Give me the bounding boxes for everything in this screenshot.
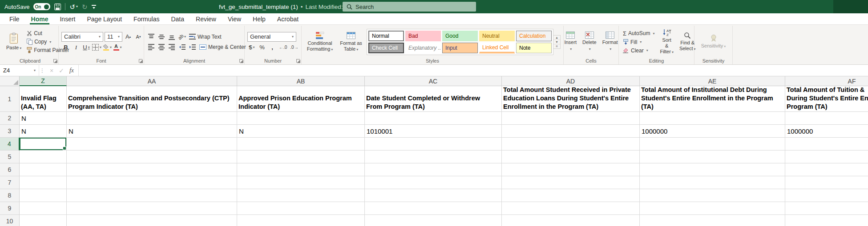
font-family-combo[interactable]: Calibri▾ — [61, 32, 103, 42]
cell-Z2[interactable]: N — [20, 112, 67, 125]
tab-page-layout[interactable]: Page Layout — [81, 13, 128, 24]
cell-Z3[interactable]: N — [20, 125, 67, 138]
cell-Z10[interactable] — [20, 215, 67, 226]
cell-AB6[interactable] — [237, 163, 365, 176]
cell-AE4[interactable] — [640, 138, 785, 151]
cell-AE8[interactable] — [640, 189, 785, 202]
increase-decimal-button[interactable]: ←.0 — [278, 45, 288, 50]
cell-AF5[interactable] — [785, 151, 868, 163]
styles-scroll-up-button[interactable]: ▴ — [553, 36, 560, 40]
row-header-4[interactable]: 4 — [0, 138, 20, 151]
cell-AD9[interactable] — [502, 202, 640, 215]
wrap-text-button[interactable]: Wrap Text — [188, 33, 223, 40]
cell-AA1[interactable]: Comprehensive Transition and Postseconda… — [67, 86, 237, 112]
cell-AC3[interactable]: 1010001 — [365, 125, 502, 138]
orientation-button[interactable]: ab▾ — [178, 32, 186, 41]
cell-AE1[interactable]: Total Amount of Institutional Debt Durin… — [640, 86, 785, 112]
cell-AB5[interactable] — [237, 151, 365, 163]
cancel-icon[interactable]: × — [50, 67, 53, 74]
cell-AF8[interactable] — [785, 189, 868, 202]
row-header-6[interactable]: 6 — [0, 163, 20, 176]
cell-AE10[interactable] — [640, 215, 785, 226]
cell-Z1[interactable]: Invalid Flag (AA, TA) — [20, 86, 67, 112]
paste-button[interactable]: Paste▾ — [4, 32, 23, 52]
formula-input[interactable] — [79, 65, 868, 76]
cell-AD5[interactable] — [502, 151, 640, 163]
cell-AD7[interactable] — [502, 176, 640, 189]
tab-help[interactable]: Help — [247, 13, 271, 24]
align-center-button[interactable] — [157, 43, 166, 52]
style-check-cell[interactable]: Check Cell — [368, 43, 404, 53]
style-calculation[interactable]: Calculation — [516, 31, 552, 41]
cell-AB1[interactable]: Approved Prison Education Program Indica… — [237, 86, 365, 112]
italic-button[interactable]: I — [72, 43, 81, 52]
cell-AE3[interactable]: 1000000 — [640, 125, 785, 138]
cell-AC8[interactable] — [365, 189, 502, 202]
font-dialog-launcher[interactable] — [139, 59, 142, 63]
merge-center-button[interactable]: Merge & Center▾ — [198, 44, 252, 51]
row-header-10[interactable]: 10 — [0, 215, 20, 226]
cell-AC7[interactable] — [365, 176, 502, 189]
cell-AA9[interactable] — [67, 202, 237, 215]
cell-AC4[interactable] — [365, 138, 502, 151]
insert-cells-button[interactable]: Insert▾ — [562, 31, 578, 53]
decrease-decimal-button[interactable]: .0→ — [289, 45, 299, 50]
cell-Z8[interactable] — [20, 189, 67, 202]
tab-review[interactable]: Review — [190, 13, 222, 24]
cell-AE9[interactable] — [640, 202, 785, 215]
tab-acrobat[interactable]: Acrobat — [271, 13, 304, 24]
cell-AC9[interactable] — [365, 202, 502, 215]
cell-AC1[interactable]: Date Student Completed or Withdrew From … — [365, 86, 502, 112]
cell-AD8[interactable] — [502, 189, 640, 202]
decrease-indent-button[interactable] — [178, 43, 186, 52]
enter-icon[interactable]: ✓ — [59, 67, 64, 74]
cell-AA7[interactable] — [67, 176, 237, 189]
align-left-button[interactable] — [147, 43, 156, 52]
cell-AA3[interactable]: N — [67, 125, 237, 138]
autosave-toggle[interactable]: On — [33, 3, 50, 10]
font-color-button[interactable]: A ▾ — [113, 43, 122, 52]
tab-view[interactable]: View — [222, 13, 247, 24]
number-dialog-launcher[interactable] — [296, 59, 300, 63]
conditional-formatting-button[interactable]: Conditional Formatting▾ — [304, 31, 335, 53]
cell-AB3[interactable]: N — [237, 125, 365, 138]
align-top-button[interactable] — [147, 32, 156, 41]
column-header-Z[interactable]: Z — [20, 76, 67, 86]
cell-AD2[interactable] — [502, 112, 640, 125]
sensitivity-button[interactable]: Sensitivity▾ — [698, 33, 729, 50]
cell-AC5[interactable] — [365, 151, 502, 163]
formula-bar-resize-handle[interactable]: ⋮ — [39, 65, 45, 76]
cell-Z5[interactable] — [20, 151, 67, 163]
style-normal[interactable]: Normal — [368, 31, 404, 41]
cell-AA10[interactable] — [67, 215, 237, 226]
cell-AE7[interactable] — [640, 176, 785, 189]
cell-Z4[interactable] — [20, 138, 67, 151]
select-all-corner[interactable] — [0, 76, 20, 86]
styles-more-button[interactable]: ≡ — [553, 44, 560, 48]
cell-AB4[interactable] — [237, 138, 365, 151]
cell-Z6[interactable] — [20, 163, 67, 176]
format-cells-button[interactable]: Format▾ — [601, 31, 620, 53]
cell-AA6[interactable] — [67, 163, 237, 176]
style-bad[interactable]: Bad — [405, 31, 441, 41]
cell-AB10[interactable] — [237, 215, 365, 226]
cell-Z7[interactable] — [20, 176, 67, 189]
cell-AF9[interactable] — [785, 202, 868, 215]
align-right-button[interactable] — [167, 43, 176, 52]
cell-AD1[interactable]: Total Amount Student Received in Private… — [502, 86, 640, 112]
cell-AD4[interactable] — [502, 138, 640, 151]
cell-AE2[interactable] — [640, 112, 785, 125]
sort-filter-button[interactable]: AZ Sort & Filter▾ — [658, 28, 675, 56]
styles-scroll-down-button[interactable]: ▾ — [553, 40, 560, 44]
align-bottom-button[interactable] — [167, 32, 176, 41]
cell-AF1[interactable]: Total Amount of Tuition & During Student… — [785, 86, 868, 112]
style-linked-cell[interactable]: Linked Cell — [479, 43, 515, 53]
align-middle-button[interactable] — [157, 32, 166, 41]
insert-function-icon[interactable]: fx — [69, 67, 74, 74]
tab-data[interactable]: Data — [165, 13, 190, 24]
style-neutral[interactable]: Neutral — [479, 31, 515, 41]
row-header-5[interactable]: 5 — [0, 151, 20, 163]
clear-button[interactable]: Clear▾ — [622, 47, 656, 54]
column-header-AD[interactable]: AD — [502, 76, 640, 86]
cell-AA4[interactable] — [67, 138, 237, 151]
